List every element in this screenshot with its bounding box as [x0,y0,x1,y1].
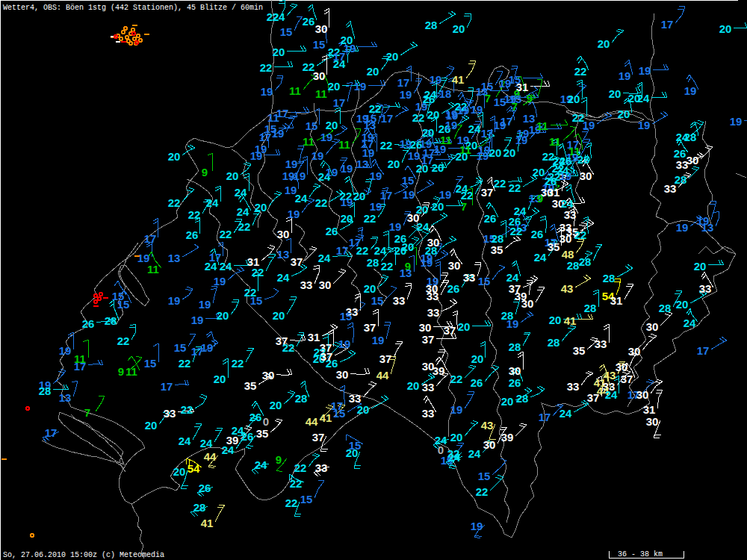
svg-text:19: 19 [311,149,324,162]
svg-text:13: 13 [168,252,181,264]
svg-text:43: 43 [481,419,494,432]
svg-text:13: 13 [701,221,714,234]
svg-text:37: 37 [312,431,325,444]
svg-text:17: 17 [397,76,410,89]
svg-text:24: 24 [417,220,430,233]
svg-text:19: 19 [272,127,285,140]
svg-text:28: 28 [425,19,438,31]
svg-text:26: 26 [199,482,211,494]
svg-text:30: 30 [336,368,349,381]
svg-text:20: 20 [273,309,285,322]
svg-text:19: 19 [341,162,353,175]
svg-text:28: 28 [105,314,117,327]
svg-text:28: 28 [579,255,592,268]
svg-text:30: 30 [628,345,641,358]
svg-text:19: 19 [506,317,519,330]
svg-text:41: 41 [452,73,465,86]
svg-text:28: 28 [193,501,206,514]
svg-text:30: 30 [560,232,572,245]
svg-text:22: 22 [290,477,303,490]
svg-text:19: 19 [326,166,338,178]
svg-text:19: 19 [389,220,402,233]
svg-text:33: 33 [567,380,580,393]
svg-text:19: 19 [59,344,72,357]
svg-text:20: 20 [456,150,468,163]
svg-text:19: 19 [445,108,458,120]
svg-text:24: 24 [318,252,331,264]
svg-text:26: 26 [82,317,95,330]
svg-text:19: 19 [403,188,415,201]
svg-text:37: 37 [444,324,456,337]
svg-text:20: 20 [173,465,186,478]
svg-text:24: 24 [220,260,232,273]
svg-text:35: 35 [573,344,586,357]
svg-text:19: 19 [354,80,367,93]
svg-text:15: 15 [250,294,263,307]
svg-text:15: 15 [365,112,377,125]
svg-text:20: 20 [270,399,282,411]
svg-text:Wetter4, OBS: Böen 1stg (442 S: Wetter4, OBS: Böen 1stg (442 Stationen),… [3,4,263,12]
svg-text:20: 20 [471,352,484,365]
svg-text:15: 15 [313,38,326,51]
svg-text:20: 20 [328,80,341,93]
svg-text:20: 20 [549,314,562,326]
svg-text:22: 22 [220,228,232,240]
svg-text:11: 11 [315,87,327,100]
svg-text:30: 30 [646,415,659,428]
svg-text:24: 24 [255,458,267,471]
svg-text:22: 22 [494,177,506,190]
svg-text:17: 17 [259,131,272,143]
svg-text:24: 24 [333,57,346,70]
svg-text:30: 30 [319,279,332,291]
svg-text:19: 19 [430,73,442,86]
svg-text:28: 28 [548,336,560,349]
svg-text:19: 19 [515,134,528,146]
svg-text:22: 22 [364,212,376,225]
svg-text:19: 19 [294,169,306,182]
svg-text:37: 37 [364,321,376,334]
svg-text:33: 33 [676,158,689,171]
svg-text:17: 17 [697,344,710,357]
svg-text:19: 19 [341,196,353,208]
svg-text:22: 22 [574,65,587,78]
svg-text:19: 19 [370,200,382,213]
svg-text:30: 30 [262,369,275,382]
svg-text:39: 39 [501,431,514,444]
svg-text:22: 22 [282,341,295,354]
svg-text:28: 28 [603,272,616,284]
svg-text:22: 22 [117,335,130,347]
svg-text:35: 35 [548,240,560,253]
svg-text:33: 33 [422,381,435,393]
svg-text:11: 11 [338,138,350,151]
svg-text:33: 33 [393,294,406,307]
svg-text:19: 19 [362,131,374,143]
svg-text:19: 19 [261,85,273,98]
svg-text:26: 26 [471,376,483,389]
svg-text:19: 19 [445,119,458,131]
svg-text:20: 20 [341,212,353,225]
svg-text:11: 11 [147,263,159,276]
svg-text:28: 28 [577,153,590,166]
svg-text:20: 20 [568,93,580,105]
svg-text:11: 11 [303,135,314,148]
svg-text:30: 30 [636,388,649,401]
svg-text:28: 28 [39,385,52,397]
svg-text:31: 31 [308,331,320,343]
svg-text:20: 20 [386,50,399,63]
svg-text:22: 22 [285,497,298,509]
svg-text:24: 24 [277,271,290,284]
svg-text:19: 19 [499,77,512,90]
svg-text:15: 15 [306,119,318,132]
svg-text:19: 19 [450,403,463,416]
svg-text:24: 24 [237,205,249,218]
svg-text:44: 44 [204,450,217,463]
svg-text:9: 9 [276,453,282,466]
svg-text:44: 44 [306,415,318,428]
svg-text:22: 22 [252,266,264,279]
svg-text:30: 30 [616,361,628,373]
svg-text:24: 24 [235,186,247,199]
svg-text:33: 33 [422,407,435,420]
svg-text:17: 17 [333,96,346,109]
svg-text:24: 24 [448,451,461,464]
svg-text:19: 19 [320,131,333,143]
